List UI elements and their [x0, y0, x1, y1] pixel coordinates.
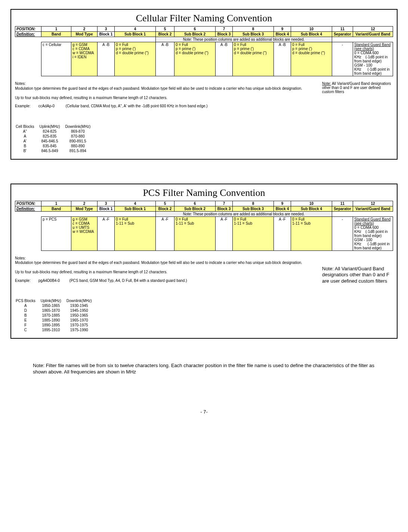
block3-range: A -B — [216, 42, 233, 76]
pos-8: 8 — [233, 27, 274, 32]
notes-p1: Modulation type determines the guard ban… — [15, 261, 393, 265]
mod-iden: i = IDEN — [72, 55, 96, 59]
cellular-side-note: Note: All Variant/Guard Band designatior… — [322, 82, 393, 94]
pcs-blocks-title: PCS Blocks — [16, 299, 40, 303]
page-footnote: Note: Filter file names will be from six… — [33, 363, 375, 375]
block2-range: A -B — [156, 42, 174, 76]
guard-title: Standard Guard Band (see charts) — [354, 43, 392, 51]
table-row: A"824-825869-870 — [16, 129, 95, 133]
example-code: pgA4D0B4-0 — [38, 279, 68, 283]
subblock4-values: 0 = Full p = prime (') d = double prime … — [291, 42, 332, 76]
pcs-blocks: PCS Blocks Uplink(MHz) Downlink(MHz) A18… — [15, 298, 393, 333]
uplink-header: Uplink(MHz) — [39, 124, 64, 129]
def-block1: Block 1 — [98, 32, 115, 37]
example-code: ccAdAp-0 — [38, 104, 65, 109]
modtype-values: g = GSM c = CDMA u = UMTS w = WCDMA — [71, 216, 98, 250]
pos-5: 5 — [156, 27, 174, 32]
position-row: POSITION: 1 2 3 4 5 6 7 8 9 10 11 12 — [15, 201, 393, 206]
pos-3: 3 — [98, 27, 115, 32]
def-block2: Block 2 — [156, 32, 174, 37]
example-desc: (PCS band, GSM Mod Typ, A4, D Full, B4 w… — [69, 279, 187, 283]
sub-full: 0 = Full — [116, 43, 154, 47]
guard-band-values: Standard Guard Band (see charts) 0 = CDM… — [353, 42, 393, 76]
example-label: Example: — [15, 279, 37, 283]
pos-9: 9 — [274, 27, 291, 32]
definition-label: Definition: — [15, 32, 41, 37]
downlink-header: Downlink(MHz) — [65, 124, 95, 129]
pos-6: 6 — [174, 27, 216, 32]
mod-gsm: g = GSM — [72, 43, 96, 47]
downlink-header: Downlink(MHz) — [67, 299, 96, 303]
subblock2-values: 0 = Full 1-11 = Sub — [174, 216, 216, 250]
def-band: Band — [41, 32, 71, 37]
table-row: D1865-18701945-1950 — [16, 308, 96, 313]
def-subblock1: Sub Block 1 — [115, 32, 156, 37]
additional-blocks-note-row: Note: These position columns are added a… — [15, 37, 393, 42]
pcs-table: POSITION: 1 2 3 4 5 6 7 8 9 10 11 12 Def… — [15, 201, 393, 251]
table-row: F1890-18951970-1975 — [16, 323, 96, 327]
pos-11: 11 — [332, 27, 353, 32]
position-label: POSITION: — [15, 201, 41, 206]
table-row: A'845-846.5890-891.5 — [16, 139, 95, 143]
subblock2-values: 0 = Full p = prime (') d = double prime … — [174, 42, 216, 76]
cellular-example: Example: ccAdAp-0 (Cellular band, CDMA M… — [15, 104, 393, 109]
page-number: - 7- — [10, 409, 398, 415]
subblock3-values: 0 = Full p = prime (') d = double prime … — [233, 42, 274, 76]
notes-label: Notes: — [15, 256, 393, 261]
pcs-side-note: Note: All Variant/Guard Band designatior… — [322, 266, 393, 285]
def-variant: Variant/Guard Band — [353, 32, 393, 37]
table-row: A825-835870-880 — [16, 134, 95, 138]
cellular-section: Cellular Filter Naming Convention POSITI… — [10, 9, 398, 160]
cell-blocks-title: Cell Blocks — [16, 124, 38, 129]
table-row: C1895-19101975-1990 — [16, 328, 96, 332]
sub-prime: p = prime (') — [116, 47, 154, 51]
pos-7: 7 — [216, 27, 233, 32]
def-subblock2: Sub Block 2 — [174, 32, 216, 37]
def-block3: Block 3 — [216, 32, 233, 37]
table-row: B'846.5-849891.5-894 — [16, 149, 95, 153]
table-row: E1885-18901965-1970 — [16, 318, 96, 322]
pos-4: 4 — [115, 27, 156, 32]
additional-blocks-note-row: Note: These position columns are added a… — [15, 211, 393, 216]
table-row: A1850-18651930-1945 — [16, 304, 96, 308]
definition-row: Definition: Band Mod Type Block 1 Sub Bl… — [15, 32, 393, 37]
subblock1-values: 0 = Full p = prime (') d = double prime … — [115, 42, 156, 76]
mod-wcdma: w = WCDMA — [72, 51, 96, 55]
notes-p2: Up to four sub-blocks may defined, resul… — [15, 96, 393, 101]
pcs-section: PCS Filter Naming Convention POSITION: 1… — [10, 184, 398, 339]
position-label: POSITION: — [15, 27, 41, 32]
band-value: c = Cellular — [41, 42, 71, 76]
values-row: p = PCS g = GSM c = CDMA u = UMTS w = WC… — [15, 216, 393, 250]
table-row: B835-845880-890 — [16, 144, 95, 148]
sub-dprime: d = double prime (") — [116, 51, 154, 55]
pos-2: 2 — [71, 27, 98, 32]
values-row: c = Cellular g = GSM c = CDMA w = WCDMA … — [15, 42, 393, 76]
subblock3-values: 0 = Full 1-11 = Sub — [233, 216, 274, 250]
def-modtype: Mod Type — [71, 32, 98, 37]
definition-label: Definition: — [15, 206, 41, 211]
example-label: Example: — [15, 104, 37, 109]
additional-blocks-note: Note: These position columns are added a… — [156, 37, 332, 42]
def-block4: Block 4 — [274, 32, 291, 37]
cell-blocks: Cell Blocks Uplink(MHz) Downlink(MHz) A"… — [15, 124, 393, 154]
cellular-table: POSITION: 1 2 3 4 5 6 7 8 9 10 11 12 Def… — [15, 26, 393, 76]
pos-12: 12 — [353, 27, 393, 32]
additional-blocks-note: Note: These position columns are added a… — [156, 211, 332, 216]
mod-cdma: c = CDMA — [72, 47, 96, 51]
definition-row: Definition: Band Mod Type Block 1 Sub Bl… — [15, 206, 393, 211]
example-desc: (Cellular band, CDMA Mod typ, A", A' wit… — [66, 104, 208, 108]
pos-1: 1 — [41, 27, 71, 32]
subblock1-values: 0 = Full 1-11 = Sub — [115, 216, 156, 250]
def-subblock3: Sub Block 3 — [233, 32, 274, 37]
cellular-title: Cellular Filter Naming Convention — [15, 13, 393, 24]
position-row: POSITION: 1 2 3 4 5 6 7 8 9 10 11 12 — [15, 27, 393, 32]
pos-10: 10 — [291, 27, 332, 32]
uplink-header: Uplink(MHz) — [41, 299, 66, 303]
subblock4-values: 0 = Full 1-11 = Sub — [291, 216, 332, 250]
table-row: B1870-18851950-1965 — [16, 313, 96, 317]
modtype-values: g = GSM c = CDMA w = WCDMA i = IDEN — [71, 42, 98, 76]
separator-value: - — [332, 42, 353, 76]
def-subblock4: Sub Block 4 — [291, 32, 332, 37]
block4-range: A -B — [274, 42, 291, 76]
pcs-title: PCS Filter Naming Convention — [15, 187, 393, 199]
